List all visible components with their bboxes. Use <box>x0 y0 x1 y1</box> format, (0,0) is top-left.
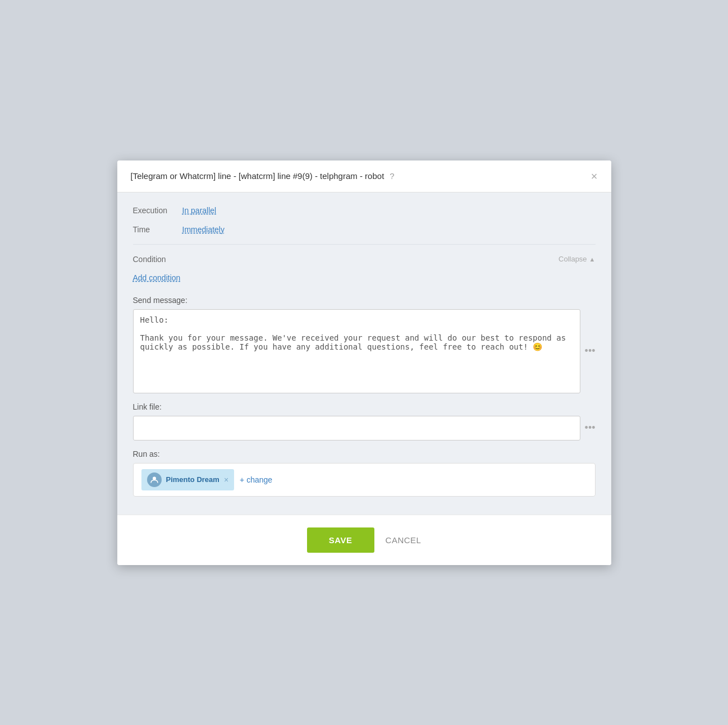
close-button[interactable]: × <box>591 171 598 182</box>
dialog-body: Execution In parallel Time Immediately C… <box>117 192 611 515</box>
divider-1 <box>133 244 596 245</box>
cancel-button[interactable]: CANCEL <box>386 535 422 545</box>
message-more-button[interactable]: ••• <box>585 345 596 357</box>
run-as-box: Pimento Dream × + change <box>133 463 596 497</box>
user-tag: Pimento Dream × <box>141 469 235 490</box>
link-file-section: Link file: ••• <box>133 402 596 440</box>
time-value[interactable]: Immediately <box>182 225 225 234</box>
link-file-input[interactable] <box>133 416 580 440</box>
main-dialog: [Telegram or Whatcrm] line - [whatcrm] l… <box>117 160 611 565</box>
save-button[interactable]: SAVE <box>307 527 374 553</box>
dialog-title: [Telegram or Whatcrm] line - [whatcrm] l… <box>131 171 384 181</box>
send-message-label: Send message: <box>133 296 596 305</box>
run-as-label: Run as: <box>133 449 596 458</box>
execution-label: Execution <box>133 206 178 215</box>
collapse-button[interactable]: Collapse ▲ <box>558 255 595 263</box>
condition-label: Condition <box>133 255 166 264</box>
run-as-section: Run as: Pimento Dream × + change <box>133 449 596 497</box>
message-textarea[interactable]: Hello: Thank you for your message. We've… <box>133 309 580 393</box>
message-textarea-wrapper: Hello: Thank you for your message. We've… <box>133 309 596 393</box>
time-row: Time Immediately <box>133 225 596 234</box>
link-file-row: ••• <box>133 416 596 440</box>
execution-row: Execution In parallel <box>133 206 596 215</box>
link-file-more-button[interactable]: ••• <box>585 422 596 434</box>
dialog-footer: SAVE CANCEL <box>117 515 611 565</box>
user-remove-button[interactable]: × <box>224 475 228 484</box>
user-name: Pimento Dream <box>166 475 219 484</box>
time-label: Time <box>133 225 178 234</box>
condition-row: Condition Collapse ▲ <box>133 255 596 264</box>
execution-value[interactable]: In parallel <box>182 206 217 215</box>
dialog-header: [Telegram or Whatcrm] line - [whatcrm] l… <box>117 160 611 192</box>
add-condition-button[interactable]: Add condition <box>133 273 181 282</box>
change-button[interactable]: + change <box>240 475 272 484</box>
avatar <box>147 472 162 487</box>
link-file-label: Link file: <box>133 402 596 411</box>
collapse-label: Collapse <box>558 255 587 263</box>
help-icon[interactable]: ? <box>390 171 394 181</box>
svg-point-0 <box>153 476 156 480</box>
chevron-up-icon: ▲ <box>589 256 596 263</box>
